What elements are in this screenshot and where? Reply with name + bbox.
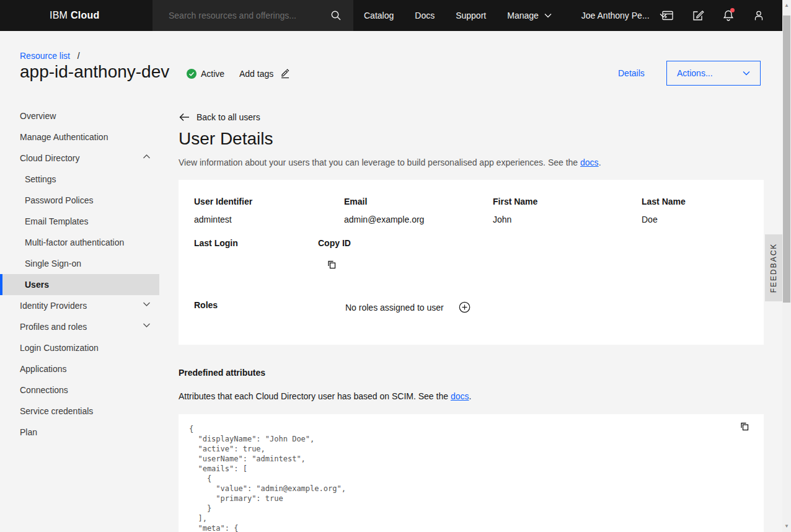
notification-dot (730, 8, 735, 12)
sidebar-item-label: Service credentials (20, 406, 93, 416)
sidebar-item-label: Plan (20, 427, 37, 437)
sidebar-item-single-sign-on[interactable]: Single Sign-on (0, 253, 159, 274)
field-label: Last Login (194, 238, 238, 248)
actions-dropdown[interactable]: Actions... (666, 61, 761, 86)
sidebar-item-label: Email Templates (25, 216, 88, 226)
nav-docs[interactable]: Docs (404, 0, 445, 31)
add-role-button[interactable] (459, 301, 471, 313)
field-last-login: Last Login (194, 238, 238, 248)
field-user-identifier: User Identifier admintest (194, 197, 252, 224)
nav-catalog[interactable]: Catalog (353, 0, 404, 31)
sidebar-item-settings[interactable]: Settings (0, 169, 159, 190)
field-label: First Name (493, 197, 537, 206)
sidebar-item-label: Users (25, 280, 49, 290)
arrow-left-icon (179, 113, 190, 122)
copy-id-button[interactable] (326, 259, 337, 270)
page-title: app-id-anthony-dev (20, 62, 169, 82)
field-value: admin@example.org (344, 215, 424, 224)
page-scrollbar[interactable]: ▲ ▼ (782, 0, 791, 532)
add-tags-label: Add tags (239, 69, 273, 79)
field-copy-id: Copy ID (318, 238, 351, 272)
feedback-label: FEEDBACK (769, 243, 778, 293)
search-icon (330, 10, 342, 21)
feedback-tab[interactable]: FEEDBACK (765, 234, 782, 301)
chevron-up-icon (143, 154, 151, 159)
search-button[interactable] (324, 0, 348, 31)
cloud-shell-icon (661, 9, 674, 22)
scrollbar-thumb[interactable] (783, 16, 790, 303)
field-label: Roles (194, 300, 218, 310)
edit-pencil-icon (280, 68, 290, 79)
status-badge: Active (187, 69, 224, 79)
sidebar-item-manage-authentication[interactable]: Manage Authentication (0, 126, 159, 148)
description-period: . (469, 391, 471, 401)
ibm-cloud-logo[interactable]: IBM Cloud (50, 0, 99, 31)
sidebar-item-multi-factor-authentication[interactable]: Multi-factor authentication (0, 232, 159, 253)
breadcrumb-separator: / (77, 51, 80, 61)
docs-link[interactable]: docs (451, 391, 469, 401)
plus-circle-icon (459, 301, 471, 313)
scim-json-code[interactable]: { "displayName": "John Doe", "active": t… (189, 424, 346, 532)
sidebar-item-label: Login Customization (20, 343, 99, 353)
cloud-shell-button[interactable] (652, 0, 683, 31)
manage-label: Manage (507, 11, 539, 20)
sidebar-item-login-customization[interactable]: Login Customization (0, 337, 159, 358)
field-label: Email (344, 197, 424, 206)
field-value: Doe (642, 215, 686, 224)
sidebar-item-service-credentials[interactable]: Service credentials (0, 401, 159, 422)
sidebar-item-applications[interactable]: Applications (0, 358, 159, 379)
back-label: Back to all users (197, 112, 260, 122)
nav-support[interactable]: Support (445, 0, 497, 31)
user-details-title: User Details (179, 129, 273, 149)
sidebar-item-overview[interactable]: Overview (0, 105, 159, 126)
sidebar-item-label: Identity Providers (20, 301, 87, 311)
profile-icon (753, 9, 765, 22)
brand-prefix: IBM (50, 10, 68, 21)
sidebar-item-label: Password Polices (25, 195, 94, 205)
top-header: IBM Cloud Catalog Docs Support Manage Jo… (0, 0, 782, 31)
copy-code-button[interactable] (739, 421, 750, 432)
sidebar-item-cloud-directory[interactable]: Cloud Directory (0, 148, 159, 169)
field-label: User Identifier (194, 197, 252, 206)
user-name-label: Joe Anthony Pe... (581, 11, 650, 20)
sidebar-item-identity-providers[interactable]: Identity Providers (0, 295, 159, 316)
copy-icon (326, 259, 337, 270)
profile-button[interactable] (743, 0, 774, 31)
field-value: John (493, 215, 537, 224)
breadcrumb: Resource list / (20, 51, 80, 61)
back-to-all-users-link[interactable]: Back to all users (179, 112, 260, 122)
sidebar-item-email-templates[interactable]: Email Templates (0, 211, 159, 232)
roles-empty-text: No roles assigned to user (345, 303, 444, 313)
add-tags-button[interactable]: Add tags (239, 68, 290, 79)
chevron-down-icon (544, 13, 552, 18)
chevron-down-icon (743, 71, 750, 76)
docs-link[interactable]: docs (580, 157, 599, 167)
sidebar-item-label: Applications (20, 364, 67, 374)
nav-manage-menu[interactable]: Manage (497, 0, 562, 31)
scrollbar-up-arrow[interactable]: ▲ (782, 1, 791, 10)
sidebar-item-password-polices[interactable]: Password Polices (0, 190, 159, 211)
field-email: Email admin@example.org (344, 197, 424, 224)
header-icon-buttons (652, 0, 774, 31)
sidebar-item-connections[interactable]: Connections (0, 379, 159, 401)
breadcrumb-resource-list-link[interactable]: Resource list (20, 51, 70, 61)
actions-label: Actions... (677, 68, 713, 78)
predefined-attributes-description: Attributes that each Cloud Directory use… (179, 391, 471, 401)
field-label: Last Name (642, 197, 686, 206)
chevron-down-icon (143, 301, 151, 307)
details-link[interactable]: Details (618, 68, 645, 78)
sidebar-item-users[interactable]: Users (0, 274, 159, 295)
scrollbar-down-arrow[interactable]: ▼ (782, 522, 791, 531)
field-label: Copy ID (318, 238, 351, 248)
brand-bold: Cloud (71, 10, 99, 21)
chevron-down-icon (143, 322, 151, 328)
scim-attributes-code-block: { "displayName": "John Doe", "active": t… (179, 414, 764, 532)
sidebar-item-label: Manage Authentication (20, 132, 108, 142)
feedback-edit-button[interactable] (683, 0, 713, 31)
sidebar-item-label: Cloud Directory (20, 153, 79, 163)
menu-button[interactable] (0, 0, 30, 31)
sidebar-item-plan[interactable]: Plan (0, 422, 159, 443)
sidebar-item-profiles-and-roles[interactable]: Profiles and roles (0, 316, 159, 337)
status-label: Active (201, 69, 224, 79)
notifications-button[interactable] (713, 0, 743, 31)
